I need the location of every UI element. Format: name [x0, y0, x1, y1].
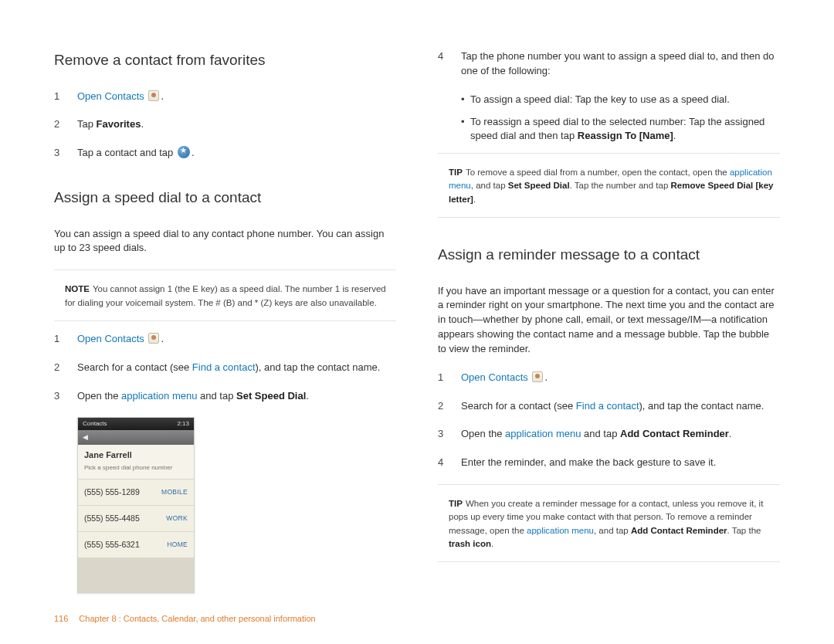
- link[interactable]: application menu: [505, 428, 581, 439]
- step-number: 2: [438, 399, 461, 414]
- step: 2Tap Favorites.: [54, 117, 396, 132]
- link[interactable]: Contacts: [104, 333, 144, 344]
- step: 3Tap a contact and tap .: [54, 146, 396, 161]
- bullet-icon: •: [461, 93, 470, 107]
- tip-box: TIPWhen you create a reminder message fo…: [438, 496, 780, 555]
- shot-contact-name: Jane Farrell: [84, 449, 188, 462]
- shot-app-name: Contacts: [83, 419, 107, 429]
- link[interactable]: Find a contact: [576, 400, 639, 412]
- step-body: Open the application menu and tap Set Sp…: [77, 389, 396, 404]
- step: 3Open the application menu and tap Set S…: [54, 389, 396, 404]
- phone-type-tag: MOBILE: [161, 487, 188, 497]
- step-number: 4: [438, 49, 461, 79]
- step: 2Search for a contact (see Find a contac…: [54, 361, 396, 375]
- tip-body: To remove a speed dial from a number, op…: [449, 168, 773, 204]
- heading-remove-favorite: Remove a contact from favorites: [54, 49, 396, 71]
- shot-hint: Pick a speed dial phone number: [84, 463, 188, 473]
- step: 2Search for a contact (see Find a contac…: [438, 399, 780, 414]
- contacts-icon: [148, 90, 159, 101]
- star-icon: [178, 146, 190, 158]
- back-icon: ◀: [83, 432, 88, 442]
- tip-label: TIP: [449, 168, 463, 177]
- phone-screenshot: Contacts 2:13 ◀ Jane Farrell Pick a spee…: [77, 417, 195, 593]
- link[interactable]: application menu: [527, 526, 594, 535]
- phone-number-row: (555) 555-4485WORK: [78, 506, 194, 532]
- step: 3Open the application menu and tap Add C…: [438, 427, 780, 442]
- step: 1Open Contacts .: [54, 332, 396, 347]
- phone-type-tag: HOME: [167, 540, 188, 549]
- intro-speed-dial: You can assign a speed dial to any conta…: [54, 227, 396, 256]
- page-number: 116: [54, 613, 68, 625]
- step-number: 3: [438, 427, 461, 442]
- divider: [438, 561, 780, 562]
- link[interactable]: Contacts: [104, 90, 144, 102]
- chapter-label: Chapter 8 : Contacts, Calendar, and othe…: [79, 613, 315, 625]
- heading-assign-speed-dial: Assign a speed dial to a contact: [54, 187, 396, 208]
- phone-number-row: (555) 555-1289MOBILE: [78, 480, 194, 506]
- step-body: Search for a contact (see Find a contact…: [461, 399, 780, 414]
- right-column: 4 Tap the phone number you want to assig…: [438, 49, 780, 593]
- step: 1Open Contacts .: [54, 90, 396, 104]
- step-body: Open Contacts .: [77, 332, 396, 347]
- note-label: NOTE: [65, 284, 90, 293]
- heading-assign-reminder: Assign a reminder message to a contact: [438, 244, 780, 266]
- intro-reminder: If you have an important message or a qu…: [438, 284, 780, 357]
- step-number: 3: [54, 389, 77, 404]
- link[interactable]: Contacts: [488, 371, 527, 383]
- step-number: 1: [54, 90, 77, 104]
- step-body: Search for a contact (see Find a contact…: [77, 361, 396, 375]
- phone-number: (555) 555-6321: [84, 539, 140, 551]
- bullet-item: •To reassign a speed dial to the selecte…: [438, 115, 780, 144]
- divider: [54, 320, 396, 321]
- step-body: Open Contacts .: [77, 90, 396, 104]
- bullet-item: •To assign a speed dial: Tap the key to …: [438, 93, 780, 107]
- link[interactable]: application menu: [121, 390, 197, 402]
- tip-box: TIPTo remove a speed dial from a number,…: [438, 164, 780, 211]
- tip-body: When you create a reminder message for a…: [449, 499, 763, 548]
- note-text: You cannot assign 1 (the E key) as a spe…: [65, 284, 386, 307]
- note-box: NOTEYou cannot assign 1 (the E key) as a…: [54, 281, 396, 314]
- left-column: Remove a contact from favorites 1Open Co…: [54, 49, 396, 593]
- step-body: Open the application menu and tap Add Co…: [461, 427, 780, 442]
- step-body: Tap Favorites.: [77, 117, 396, 132]
- step-number: 2: [54, 117, 77, 132]
- step-number: 3: [54, 146, 77, 161]
- step-body: Enter the reminder, and make the back ge…: [461, 456, 780, 470]
- phone-number: (555) 555-1289: [84, 486, 140, 498]
- divider: [54, 269, 396, 270]
- shot-time: 2:13: [177, 419, 189, 429]
- bullet-icon: •: [461, 115, 470, 144]
- tip-label: TIP: [449, 499, 463, 508]
- step-number: 4: [438, 456, 461, 470]
- divider: [438, 153, 780, 154]
- step: 4Enter the reminder, and make the back g…: [438, 456, 780, 470]
- page-footer: 116 Chapter 8 : Contacts, Calendar, and …: [54, 613, 316, 625]
- link[interactable]: Open: [461, 371, 486, 383]
- step-number: 1: [54, 332, 77, 347]
- step-body: Tap a contact and tap .: [77, 146, 396, 161]
- step-number: 1: [438, 371, 461, 385]
- step: 4 Tap the phone number you want to assig…: [438, 49, 780, 79]
- phone-number: (555) 555-4485: [84, 513, 140, 524]
- step: 1Open Contacts .: [438, 371, 780, 385]
- phone-number-row: (555) 555-6321HOME: [78, 532, 194, 558]
- step-number: 2: [54, 361, 77, 375]
- step-body: Tap the phone number you want to assign …: [461, 49, 780, 79]
- link[interactable]: Open: [77, 333, 102, 344]
- link[interactable]: Open: [77, 90, 102, 102]
- divider: [438, 484, 780, 485]
- step-body: Open Contacts .: [461, 371, 780, 385]
- link[interactable]: Find a contact: [192, 361, 256, 373]
- contacts-icon: [148, 333, 159, 344]
- divider: [438, 217, 780, 218]
- contacts-icon: [532, 371, 543, 382]
- phone-type-tag: WORK: [166, 514, 188, 523]
